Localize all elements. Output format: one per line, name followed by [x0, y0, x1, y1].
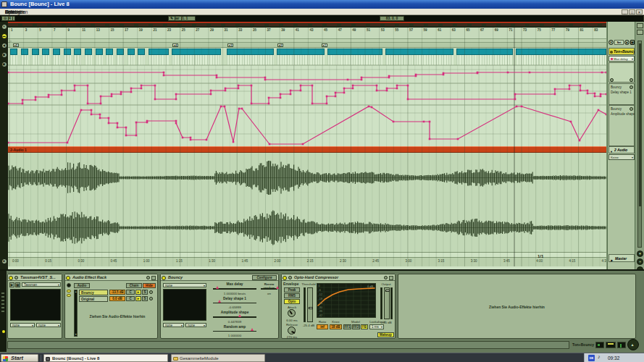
chain-name[interactable]: Original [79, 296, 108, 302]
lookahead-select[interactable]: 1 ms [369, 324, 384, 329]
plus-lane-button[interactable] [630, 78, 633, 82]
slider-marker-icon[interactable] [276, 286, 279, 289]
model-fb-button[interactable]: FB [361, 324, 368, 329]
configure-button[interactable]: Configure [252, 275, 277, 280]
bouncy-map-select[interactable]: none [163, 283, 206, 287]
volume-icon[interactable]: ♪ [598, 354, 601, 359]
bouncy-titlebar[interactable]: Bouncy Configure [161, 274, 278, 281]
minimize-button[interactable]: _ [622, 9, 628, 14]
output-slider[interactable] [384, 287, 390, 319]
panel-toggle-button2[interactable] [637, 30, 643, 35]
plugin-select-1[interactable]: none [10, 323, 35, 327]
lane2-hotswap-icon[interactable] [630, 107, 633, 111]
chain-scroll-down-icon[interactable]: ▼ [75, 333, 77, 336]
menu-hilfe[interactable]: Hilfe [5, 9, 14, 15]
grid-button[interactable]: ▣ [1, 62, 7, 67]
chain-pan[interactable]: C [126, 296, 135, 301]
chain-name[interactable]: Bouncy [79, 290, 108, 295]
device-bouncy[interactable]: Bouncy Configure none none none Max dela… [160, 274, 279, 339]
language-indicator-icon[interactable]: DE [588, 355, 595, 361]
chain-activator-icon[interactable]: ▸ [135, 296, 141, 301]
loop-length-field[interactable]: 83. 0. 0 [380, 16, 404, 21]
compressor-hotswap-icon[interactable] [288, 276, 292, 279]
param-slider[interactable] [261, 288, 277, 290]
task-live[interactable]: Bounc [Bounc] - Live 8 [43, 354, 168, 362]
task-folder[interactable]: GesammelteModule [171, 354, 265, 362]
param-slider[interactable] [213, 316, 256, 318]
chain-scroll-up-icon[interactable]: ▲ [75, 290, 77, 293]
chain-row-original[interactable]: Original 0.0 dB C ▸ S [79, 296, 156, 302]
param-slider[interactable] [213, 331, 256, 332]
rack-hotswap-icon[interactable] [146, 276, 150, 279]
zoom-back-indicator[interactable]: 1/1 [538, 254, 543, 258]
track1-header[interactable]: Ton+Bouncy [609, 48, 635, 55]
param-value[interactable]: 0.447839 [212, 320, 258, 324]
metronome-toggle[interactable]: ⊙ [1, 16, 9, 21]
peak-button[interactable]: Peak [284, 287, 300, 292]
show-devices-dot-icon[interactable] [2, 330, 5, 333]
restore-button[interactable]: □ [629, 9, 635, 14]
compressor-fold-icon[interactable] [389, 276, 393, 280]
bouncy-select-1[interactable]: none [163, 323, 184, 327]
chain-volume[interactable]: -13.5 dB [109, 290, 125, 295]
plugin-unfold-button[interactable]: ▶ [9, 282, 14, 287]
makeup-button[interactable]: Makeup [377, 332, 394, 337]
param-value[interactable]: on [260, 292, 278, 295]
bouncy-select-2[interactable]: none [185, 323, 206, 327]
set-locator-button[interactable]: Set [614, 40, 624, 45]
fold-track-button[interactable]: ▼ [1, 24, 7, 30]
compressor-titlebar[interactable]: Opto-Hard Compressor [282, 274, 395, 281]
macro-view-button[interactable] [67, 283, 71, 287]
chain-row-bouncy[interactable]: Bouncy -13.5 dB C ▸ S [79, 290, 156, 295]
chain-hotswap-icon[interactable] [149, 290, 153, 294]
model-ff2-button[interactable]: FF2 [352, 324, 360, 329]
rack-audio-tab[interactable]: Audio [74, 283, 90, 288]
slider-marker-icon[interactable] [251, 328, 254, 331]
rms-button[interactable]: RMS [284, 293, 300, 298]
param-slider[interactable] [213, 303, 256, 304]
threshold-handle[interactable] [309, 307, 313, 309]
chain-hotswap-icon[interactable] [149, 297, 153, 300]
compressor-on-toggle[interactable] [283, 276, 287, 280]
scrollbar-thumb[interactable] [639, 43, 642, 206]
slider-marker-icon[interactable] [238, 314, 241, 317]
plugin-edit-button[interactable]: ▤ [15, 282, 20, 287]
opto-button[interactable]: Opto [284, 299, 300, 304]
window-titlebar[interactable]: Bounc [Bounc] - Live 8 [0, 0, 644, 9]
back-button[interactable]: ◀ [1, 43, 7, 49]
attack-value[interactable]: 6.00 ms [282, 319, 302, 322]
unfold-button[interactable]: ▼ [609, 40, 614, 45]
device-view-button[interactable] [67, 294, 71, 297]
device-tassman-titlebar[interactable]: Tassman4VST_S... [8, 274, 62, 281]
track1-device-param-select[interactable]: Max delay [609, 56, 635, 62]
rack-hide-button[interactable]: Hide [143, 283, 156, 288]
device-on-toggle[interactable] [9, 276, 13, 280]
model-ff1-button[interactable]: FF1 [343, 324, 351, 329]
param-value[interactable]: 1.000000 beats [212, 292, 258, 295]
show-hide-info-button[interactable]: ▴ [627, 339, 639, 350]
output-value[interactable]: 0.00 dB [377, 321, 395, 324]
hotswap-lane-button[interactable]: ⊕ [1, 258, 7, 264]
io-show-button[interactable]: ▬ [1, 33, 7, 39]
track2-header[interactable]: ▼ 2 Audio [609, 146, 635, 153]
master-track-header[interactable]: ▶ Master [609, 254, 635, 262]
attack-knob[interactable] [288, 309, 296, 317]
slider-marker-icon[interactable] [216, 286, 219, 289]
arrangement-canvas[interactable]: 1357911131517192123252729313335373941434… [8, 22, 606, 269]
param-value[interactable]: -0.65999 [212, 306, 258, 309]
chain-activator-icon[interactable]: ▸ [135, 290, 141, 295]
draw-mode-button[interactable]: ✎ [168, 16, 175, 21]
plugin-select-2[interactable]: none [36, 323, 61, 327]
effect-drop-zone[interactable]: Ziehen Sie Audio-Effekte hierhin [398, 274, 636, 339]
vertical-scrollbar[interactable] [637, 41, 642, 248]
rack-on-toggle[interactable] [66, 276, 70, 280]
knee-value[interactable]: 18 dB [330, 324, 342, 329]
panel-toggle-button[interactable] [637, 23, 643, 28]
hotswap-icon[interactable] [14, 276, 18, 279]
minus-lane-button[interactable] [610, 78, 614, 82]
release-knob[interactable] [288, 327, 296, 334]
device-horizontal-scrollbar[interactable] [7, 341, 569, 349]
slider-marker-icon[interactable] [218, 300, 221, 303]
chain-solo-button[interactable]: S [142, 296, 148, 301]
chain-view-button[interactable] [67, 290, 71, 292]
